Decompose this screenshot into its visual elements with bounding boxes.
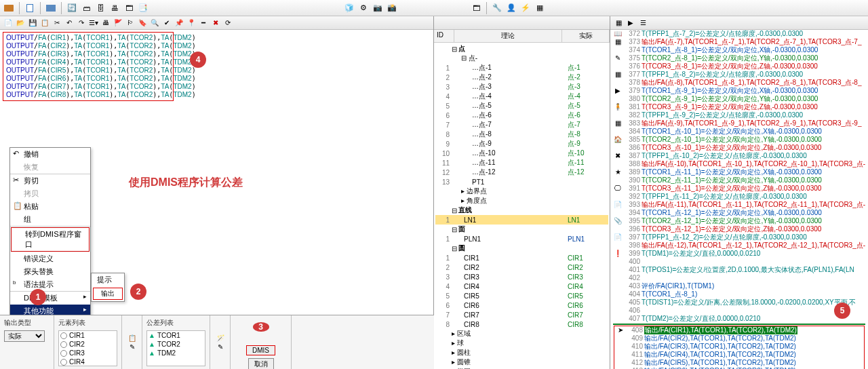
tree-ln1[interactable]: 1LN1LN1 <box>435 215 608 225</box>
tree-point[interactable]: 12…点-12点-12 <box>435 168 608 177</box>
print-icon[interactable]: 🖶 <box>108 2 121 14</box>
bp-tol-list[interactable]: ▲TCOR1▲TCOR2▲TDM2 <box>146 330 205 366</box>
ctx-copy[interactable]: 拷贝 <box>10 187 90 200</box>
layers-icon[interactable]: 📑 <box>137 2 149 14</box>
ctx-paste[interactable]: 📋粘贴 <box>10 200 90 213</box>
pin-icon[interactable]: 📌 <box>174 18 184 28</box>
tree-circle[interactable]: 8CIR8CIR8 <box>435 319 608 329</box>
window2-icon[interactable]: 🗔 <box>470 2 482 14</box>
flag2-icon[interactable]: 🏳 <box>125 18 136 28</box>
tree-section[interactable]: ▸ 区域 <box>435 329 608 338</box>
tree-point[interactable]: 3…点-3点-3 <box>435 82 608 92</box>
tree-point[interactable]: 2…点-2点-2 <box>435 73 608 82</box>
list-icon[interactable]: ☰▾ <box>88 18 99 28</box>
db-icon[interactable]: 🗃 <box>80 2 92 14</box>
ctx-group[interactable]: 组 <box>10 213 90 226</box>
tol-row[interactable]: ▲TCOR1 <box>147 331 205 340</box>
right-code-listing[interactable]: 📖372T(TPFP1_点-7_2)=公差定义/点轮廓度,-0.0300,0.0… <box>610 30 868 369</box>
print2-icon[interactable]: 🖶 <box>100 18 111 28</box>
transfer-right-icon[interactable]: 📋 <box>128 334 136 342</box>
undo-icon[interactable]: ↶ <box>64 18 75 28</box>
r-list-icon[interactable]: ☰ <box>637 18 648 28</box>
tree-point[interactable]: 8…点-8点-8 <box>435 130 608 139</box>
ctx-probe-replace[interactable]: 探头替换 <box>10 265 90 278</box>
tree-point[interactable]: 6…点-6点-6 <box>435 111 608 120</box>
btn-cancel[interactable]: 取消 <box>248 358 274 369</box>
cut-icon[interactable]: ✂ <box>52 18 62 28</box>
tree-point[interactable]: 5…点-5点-5 <box>435 101 608 111</box>
sync-icon[interactable]: ⟳ <box>222 18 233 28</box>
grid-icon[interactable]: ▦ <box>534 2 546 14</box>
tree-circle[interactable]: 1CIR1CIR1 <box>435 253 608 263</box>
tree-point[interactable]: 7…点-7点-7 <box>435 120 608 130</box>
tree-circle[interactable]: 7CIR7CIR7 <box>435 310 608 319</box>
wrench-icon[interactable]: 🔧 <box>491 2 503 14</box>
r-compile-icon[interactable]: ▦ <box>613 18 624 28</box>
tree-circle[interactable]: 6CIR6CIR6 <box>435 300 608 310</box>
elem-row[interactable]: CIR2 <box>59 340 117 349</box>
tree-point[interactable]: 10…点-10点-10 <box>435 149 608 158</box>
wand-icon[interactable]: 🪄 <box>216 334 224 342</box>
r-run-icon[interactable]: ▶ <box>625 18 636 28</box>
tree-section[interactable]: ▸ 圆柱 <box>435 348 608 357</box>
tree-circle[interactable]: 2CIR2CIR2 <box>435 263 608 272</box>
flag-icon[interactable]: 🚩 <box>113 18 123 28</box>
check-icon[interactable]: ✔ <box>161 18 172 28</box>
ctx-cut[interactable]: ✂剪切 <box>10 174 90 187</box>
tree-point[interactable]: 9…点-9点-9 <box>435 139 608 149</box>
bolt-icon[interactable]: ⚡ <box>519 2 532 14</box>
tree-point[interactable]: 11…点-11点-11 <box>435 158 608 168</box>
ctx-redo[interactable]: 恢复 <box>10 161 90 174</box>
cam-icon[interactable]: 📷 <box>372 2 384 14</box>
cube-icon[interactable]: 🧊 <box>343 2 355 14</box>
elem-row[interactable]: CIR4 <box>59 357 117 366</box>
bp-element-list[interactable]: CIR1CIR2CIR3CIR4CIR5CIR6 <box>58 330 117 366</box>
mid-panel: ID 理论 实际 ⊟ 点⊟ 点-1…点-1点-12…点-2点-23…点-3点-3… <box>434 16 610 369</box>
file-blue-icon[interactable] <box>24 2 36 14</box>
find-icon[interactable]: 🔍 <box>149 18 160 28</box>
ctx-goto-dmis[interactable]: 转到DMIS程序窗口 <box>11 227 90 252</box>
tol-row[interactable]: ▲TCOR2 <box>147 340 205 349</box>
elem-row[interactable]: CIR3 <box>59 349 117 357</box>
tree-section[interactable]: ▸ 圆锥 <box>435 357 608 367</box>
btn-dmis[interactable]: DMIS <box>246 345 275 355</box>
tree-point[interactable]: 4…点-4点-4 <box>435 92 608 101</box>
ctx-dmis-template[interactable]: DMIS模板 <box>10 292 90 305</box>
tol-row[interactable]: ▲TDM2 <box>147 349 205 357</box>
refresh-icon[interactable]: 🔄 <box>66 2 78 14</box>
redo-icon[interactable]: ↷ <box>76 18 87 28</box>
feature-tree[interactable]: ⊟ 点⊟ 点-1…点-1点-12…点-2点-23…点-3点-34…点-4点-45… <box>434 43 610 369</box>
bookmark-icon[interactable]: 🔖 <box>137 18 148 28</box>
table-icon[interactable] <box>45 2 57 14</box>
tree-point[interactable]: 1…点-1点-1 <box>435 63 608 73</box>
tree-point[interactable]: 13PT1 <box>435 177 608 187</box>
x-red-icon[interactable]: ✖ <box>210 18 221 28</box>
file-open-icon[interactable] <box>3 2 15 14</box>
cam2-icon[interactable]: 📸 <box>386 2 398 14</box>
user-icon[interactable]: 👤 <box>505 2 517 14</box>
copy-icon[interactable]: 📋 <box>39 18 50 28</box>
ctx-syntax-tip[interactable]: b语法提示 <box>10 278 90 291</box>
db2-icon[interactable]: 🗄 <box>94 2 106 14</box>
tree-circle[interactable]: 3CIR3CIR3 <box>435 272 608 281</box>
edit2-icon[interactable]: ✎ <box>218 343 223 351</box>
tree-circle[interactable]: 4CIR4CIR4 <box>435 281 608 291</box>
window-icon[interactable]: 🗔 <box>123 2 135 14</box>
context-submenu[interactable]: 提示 输出 <box>91 273 125 302</box>
new-icon[interactable]: 📄 <box>3 18 14 28</box>
pin2-icon[interactable]: 📍 <box>186 18 197 28</box>
minus-icon[interactable]: ━ <box>198 18 209 28</box>
save-icon[interactable]: 💾 <box>27 18 38 28</box>
gear-icon[interactable]: ⚙ <box>357 2 370 14</box>
open-icon[interactable]: 📂 <box>15 18 26 28</box>
tree-circle[interactable]: 5CIR5CIR5 <box>435 291 608 300</box>
ctx-error-def[interactable]: 错误定义 <box>10 252 90 265</box>
sub-tip[interactable]: 提示 <box>92 273 124 286</box>
ctx-undo[interactable]: ↶撤销 <box>10 148 90 161</box>
tree-section[interactable]: ▸ 球 <box>435 338 608 348</box>
bp-output-type-select[interactable]: 实际 <box>4 330 45 342</box>
context-menu[interactable]: ↶撤销 恢复 ✂剪切 拷贝 📋粘贴 组 转到DMIS程序窗口 错误定义 探头替换… <box>9 147 91 318</box>
sub-output[interactable]: 输出 <box>93 288 123 300</box>
transfer-edit-icon[interactable]: ✎ <box>130 343 135 351</box>
elem-row[interactable]: CIR1 <box>59 331 117 340</box>
